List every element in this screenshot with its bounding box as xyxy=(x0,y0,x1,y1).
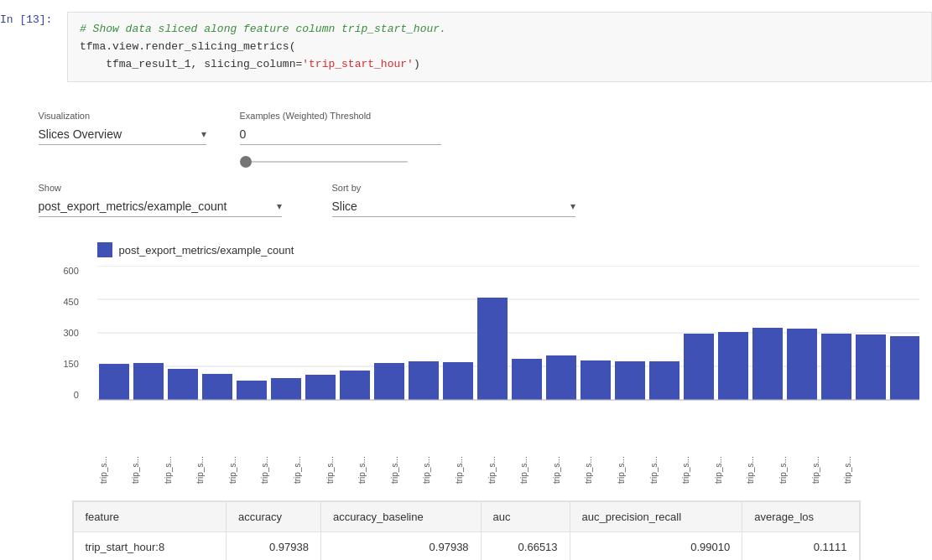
bar-22 xyxy=(856,334,886,400)
y-label-150: 150 xyxy=(64,359,79,369)
x-label-8: trip_s... xyxy=(357,452,389,484)
x-label-23: trip_s... xyxy=(843,452,875,484)
y-axis: 600 450 300 150 0 xyxy=(64,266,79,400)
table-cell-0-2: 0.97938 xyxy=(321,532,482,560)
bar-4 xyxy=(237,381,267,400)
slider-container xyxy=(240,153,441,166)
x-label-6: trip_s... xyxy=(293,452,325,484)
code-block: # Show data sliced along feature column … xyxy=(67,12,932,82)
sort-label: Sort by xyxy=(332,183,575,193)
bar-10 xyxy=(443,362,473,400)
y-label-450: 450 xyxy=(64,297,79,307)
code-func: tfma.view.render_slicing_metrics( xyxy=(80,40,295,53)
table-cell-0-0: trip_start_hour:8 xyxy=(73,532,226,560)
show-sort-row: Show post_export_metrics/example_count ▾… xyxy=(39,183,894,217)
sort-arrow-icon: ▾ xyxy=(570,200,575,212)
cell-input-row: In [13]: # Show data sliced along featur… xyxy=(0,8,932,86)
bar-20 xyxy=(787,329,817,400)
bar-8 xyxy=(374,363,404,400)
x-label-17: trip_s... xyxy=(649,452,681,484)
bar-11 xyxy=(477,298,508,400)
bar-16 xyxy=(649,361,679,400)
bar-0 xyxy=(99,364,129,400)
y-label-0: 0 xyxy=(64,390,79,400)
threshold-slider[interactable] xyxy=(240,161,408,163)
bar-7 xyxy=(340,371,370,400)
sort-dropdown[interactable]: Slice ▾ xyxy=(332,196,575,217)
bar-23 xyxy=(890,336,919,400)
legend-color-box xyxy=(97,242,112,257)
x-label-12: trip_s... xyxy=(487,452,519,484)
legend-label: post_export_metrics/example_count xyxy=(119,244,294,257)
chart-legend: post_export_metrics/example_count xyxy=(97,242,877,257)
bar-21 xyxy=(821,334,851,400)
col-header-auc-precision-recall: auc_precision_recall xyxy=(570,502,742,532)
widget-area: Visualization Slices Overview ▾ Examples… xyxy=(5,94,928,560)
visualization-dropdown[interactable]: Slices Overview ▾ xyxy=(39,124,206,145)
x-label-22: trip_s... xyxy=(811,452,843,484)
visualization-label: Visualization xyxy=(39,111,206,121)
bar-3 xyxy=(202,374,232,400)
col-header-accuracy: accuracy xyxy=(226,502,321,532)
cell-label: In [13]: xyxy=(0,12,67,26)
x-label-10: trip_s... xyxy=(422,452,454,484)
bar-12 xyxy=(512,359,542,400)
col-header-accuracy-baseline: accuracy_baseline xyxy=(321,502,482,532)
code-line-2: tfma.view.render_slicing_metrics( xyxy=(80,39,919,56)
bar-chart-svg xyxy=(97,266,919,450)
visualization-value: Slices Overview xyxy=(39,127,122,141)
x-label-9: trip_s... xyxy=(390,452,422,484)
threshold-label: Examples (Weighted) Threshold xyxy=(240,111,441,121)
x-label-3: trip_s... xyxy=(195,452,227,484)
show-label: Show xyxy=(39,183,282,193)
x-label-4: trip_s... xyxy=(228,452,260,484)
data-table: feature accuracy accuracy_baseline auc a… xyxy=(73,501,860,560)
visualization-group: Visualization Slices Overview ▾ xyxy=(39,111,206,145)
x-label-21: trip_s... xyxy=(778,452,810,484)
threshold-group: Examples (Weighted) Threshold xyxy=(240,111,441,166)
y-label-300: 300 xyxy=(64,328,79,338)
x-label-15: trip_s... xyxy=(584,452,616,484)
bar-chart-wrapper: 600 450 300 150 0 xyxy=(97,266,877,484)
table-cell-0-1: 0.97938 xyxy=(226,532,321,560)
bar-6 xyxy=(305,375,336,400)
threshold-input[interactable] xyxy=(240,124,441,145)
show-group: Show post_export_metrics/example_count ▾ xyxy=(39,183,282,217)
x-label-19: trip_s... xyxy=(714,452,746,484)
col-header-auc: auc xyxy=(481,502,570,532)
col-header-average-loss: average_los xyxy=(742,502,859,532)
bar-18 xyxy=(718,332,748,400)
code-paren: ) xyxy=(414,58,420,70)
bar-5 xyxy=(271,378,301,400)
controls-top-row: Visualization Slices Overview ▾ Examples… xyxy=(39,111,894,166)
table-cell-0-4: 0.99010 xyxy=(570,532,742,560)
x-label-13: trip_s... xyxy=(519,452,551,484)
x-axis-labels: trip_s... trip_s... trip_s... trip_s... … xyxy=(97,452,877,484)
bar-2 xyxy=(168,369,198,400)
x-label-7: trip_s... xyxy=(325,452,357,484)
x-label-0: trip_s... xyxy=(99,452,131,484)
bar-14 xyxy=(581,360,611,400)
x-label-2: trip_s... xyxy=(164,452,195,484)
table-row: trip_start_hour:80.979380.979380.665130.… xyxy=(73,532,859,560)
data-table-area: feature accuracy accuracy_baseline auc a… xyxy=(72,500,861,560)
x-label-11: trip_s... xyxy=(455,452,487,484)
notebook-cell: In [13]: # Show data sliced along featur… xyxy=(0,0,932,94)
y-label-600: 600 xyxy=(64,266,79,276)
col-header-feature: feature xyxy=(73,502,226,532)
code-func-2: tfma_result_1, slicing_column= xyxy=(80,58,302,70)
code-comment: # Show data sliced along feature column … xyxy=(80,23,446,35)
bar-19 xyxy=(752,328,783,400)
x-label-18: trip_s... xyxy=(681,452,713,484)
table-cell-0-5: 0.1111 xyxy=(742,532,859,560)
bar-15 xyxy=(615,361,645,400)
show-dropdown[interactable]: post_export_metrics/example_count ▾ xyxy=(39,196,282,217)
x-label-5: trip_s... xyxy=(260,452,292,484)
bar-1 xyxy=(133,363,164,400)
x-label-14: trip_s... xyxy=(552,452,584,484)
bar-17 xyxy=(684,334,714,400)
show-value: post_export_metrics/example_count xyxy=(39,200,227,213)
visualization-arrow-icon: ▾ xyxy=(201,128,206,140)
chart-area: post_export_metrics/example_count 600 45… xyxy=(39,242,894,484)
code-line-1: # Show data sliced along feature column … xyxy=(80,21,919,39)
